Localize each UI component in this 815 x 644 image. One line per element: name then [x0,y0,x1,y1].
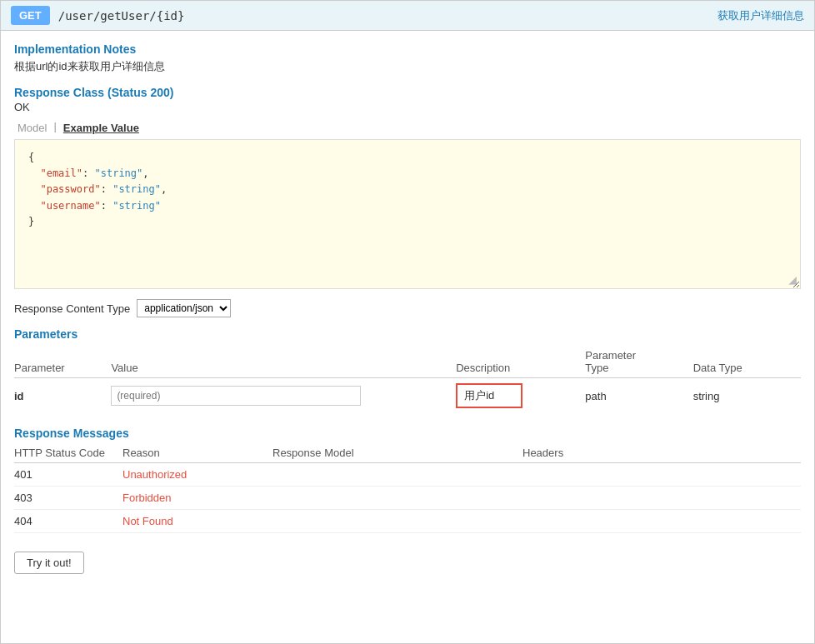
param-type-cell: path [585,378,692,414]
reason-401: Unauthorized [122,463,272,487]
headers-401 [522,463,801,487]
code-line-username: "username": "string" [28,198,787,214]
try-it-out-button[interactable]: Try it out! [14,552,84,574]
response-class-section: Response Class (Status 200) OK [14,86,801,113]
col-response-model: Response Model [272,443,522,463]
param-value-cell [111,378,456,414]
param-desc-cell: 用户id [456,378,585,414]
code-line-open: { [28,150,787,166]
col-parameter: Parameter [14,346,111,378]
model-404 [272,510,522,533]
param-name: id [14,378,111,414]
code-line-close: } [28,214,787,230]
col-reason: Reason [122,443,272,463]
response-messages-section: Response Messages HTTP Status Code Reaso… [14,427,801,533]
param-value-input[interactable] [111,386,361,406]
table-row: id 用户id path string [14,378,801,414]
reason-404: Not Found [122,510,272,533]
resize-handle: ◢ [788,273,797,287]
code-line-password: "password": "string", [28,182,787,197]
model-403 [272,487,522,510]
content-type-label: Response Content Type [14,302,130,315]
col-http-status: HTTP Status Code [14,443,122,463]
headers-404 [522,510,801,533]
col-value: Value [111,346,456,378]
status-code-404: 404 [14,510,122,533]
example-value-tab[interactable]: Example Value [60,120,142,136]
implementation-notes-text: 根据url的id来获取用户详细信息 [14,59,801,74]
col-data-type: Data Type [693,346,801,378]
model-tabs: Model | Example Value [14,120,801,136]
content-type-select[interactable]: application/json application/xml text/pl… [137,299,231,317]
table-row: 404 Not Found [14,510,801,533]
status-code-403: 403 [14,487,122,510]
model-401 [272,463,522,487]
resp-header-row: HTTP Status Code Reason Response Model H… [14,443,801,463]
response-messages-table: HTTP Status Code Reason Response Model H… [14,443,801,533]
implementation-notes-section: Implementation Notes 根据url的id来获取用户详细信息 [14,42,801,74]
param-description-box: 用户id [456,383,522,408]
endpoint-header: GET /user/getUser/{id} 获取用户详细信息 [1,1,814,31]
implementation-notes-title: Implementation Notes [14,42,801,56]
headers-403 [522,487,801,510]
status-code-401: 401 [14,463,122,487]
parameters-section: Parameters Parameter Value Description P… [14,327,801,413]
response-messages-title: Response Messages [14,427,801,440]
col-headers: Headers [522,443,801,463]
table-row: 401 Unauthorized [14,463,801,487]
endpoint-path: /user/getUser/{id} [58,9,185,22]
response-content-type-row: Response Content Type application/json a… [14,299,801,317]
parameters-table: Parameter Value Description ParameterTyp… [14,346,801,413]
reason-403: Forbidden [122,487,272,510]
parameters-title: Parameters [14,327,801,341]
endpoint-description: 获取用户详细信息 [718,8,804,23]
table-row: 403 Forbidden [14,487,801,510]
endpoint-left: GET /user/getUser/{id} [11,6,184,25]
code-line-email: "email": "string", [28,166,787,182]
code-example-box: { "email": "string", "password": "string… [14,139,801,289]
col-param-type: ParameterType [585,346,692,378]
col-description: Description [456,346,585,378]
model-tab[interactable]: Model [14,120,50,136]
params-header-row: Parameter Value Description ParameterTyp… [14,346,801,378]
main-content: Implementation Notes 根据url的id来获取用户详细信息 R… [1,31,814,586]
response-class-title: Response Class (Status 200) [14,86,801,99]
param-data-type-cell: string [693,378,801,414]
response-status: OK [14,101,801,113]
http-method-badge: GET [11,6,50,25]
